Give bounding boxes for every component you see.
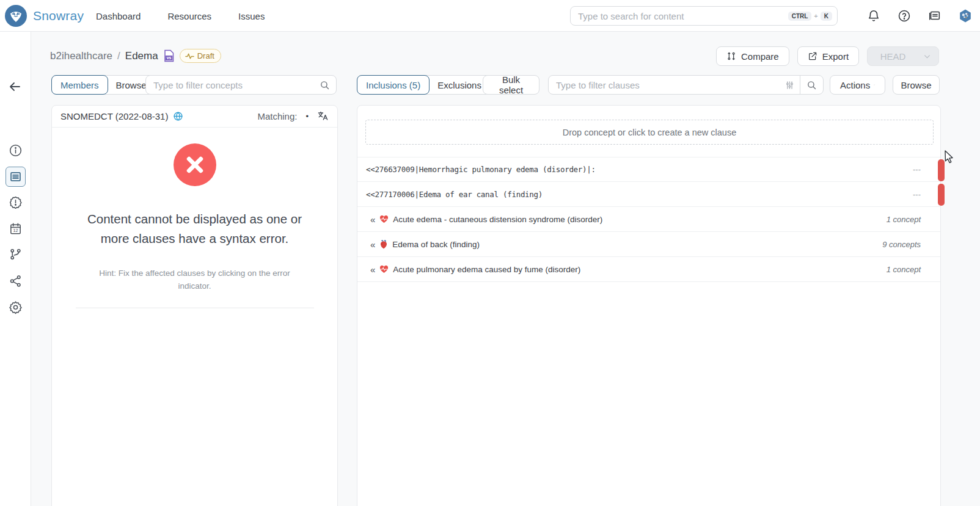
descendants-operator: « <box>370 239 375 250</box>
rail-info-icon[interactable] <box>5 140 26 161</box>
compare-icon <box>726 51 736 61</box>
clause-concept-count: 1 concept <box>887 215 921 224</box>
svg-text:vs: vs <box>166 56 171 60</box>
search-shortcut: CTRL + K <box>788 12 832 21</box>
rail-content-icon[interactable] <box>5 167 26 187</box>
matching-indicator: • <box>305 112 309 121</box>
brand-logo[interactable]: Snowray <box>5 5 84 27</box>
clause-concept-label: Acute edema - cutaneous distension syndr… <box>393 215 602 224</box>
global-search[interactable]: CTRL + K <box>570 6 838 26</box>
clause-meta: --- <box>913 190 921 199</box>
nav-dashboard[interactable]: Dashboard <box>96 11 141 21</box>
concept-filter[interactable] <box>145 75 337 95</box>
brand-name: Snowray <box>33 9 84 23</box>
inclusions-panel: Drop concept or click to create a new cl… <box>357 105 941 506</box>
clause-ecl-expression: <<277170006|Edema of ear canal (finding) <box>357 190 543 199</box>
help-icon[interactable] <box>897 9 912 23</box>
nav-issues[interactable]: Issues <box>238 11 265 21</box>
rail-calendar-icon[interactable]: 12 <box>5 219 26 239</box>
actions-dropdown[interactable]: Actions <box>830 75 885 95</box>
kbd-ctrl: CTRL <box>788 12 812 21</box>
error-title: Content cannot be displayed as one or mo… <box>73 209 317 248</box>
breadcrumb-org[interactable]: b2ihealthcare <box>50 50 112 62</box>
codesystem-title: SNOMEDCT (2022-08-31) <box>60 111 168 121</box>
heart-pulse-icon <box>379 265 389 273</box>
svg-text:12: 12 <box>13 228 18 233</box>
bulk-select-label: Bulk select <box>493 74 529 95</box>
new-clause-dropzone[interactable]: Drop concept or click to create a new cl… <box>365 120 934 145</box>
top-navbar: Snowray Dashboard Resources Issues CTRL … <box>0 0 980 32</box>
rail-validation-icon[interactable] <box>5 192 26 212</box>
clause-concept-count: 1 concept <box>887 265 921 274</box>
rail-share-icon[interactable] <box>5 271 26 291</box>
rail-settings-gear-icon[interactable] <box>5 297 26 317</box>
clause-row[interactable]: « Edema of back (finding) 9 concepts <box>357 232 940 257</box>
clause-concept-label: Edema of back (finding) <box>392 240 480 249</box>
descendants-operator: « <box>370 214 375 225</box>
syntax-error-message: Content cannot be displayed as one or mo… <box>52 143 337 308</box>
concept-filter-input[interactable] <box>146 80 313 90</box>
clause-row[interactable]: « Acute pulmonary edema caused by fume (… <box>357 257 940 282</box>
actions-label: Actions <box>840 80 870 90</box>
error-indicator[interactable] <box>938 159 945 181</box>
bulk-select-button[interactable]: Bulk select <box>483 75 539 95</box>
breadcrumb: b2ihealthcare / Edema vs Draft <box>50 49 221 63</box>
heart-pulse-icon <box>379 215 389 223</box>
global-search-input[interactable] <box>578 11 788 21</box>
status-badge-label: Draft <box>197 51 214 60</box>
back-arrow-icon[interactable] <box>7 79 22 94</box>
valueset-type-icon: vs <box>163 49 175 62</box>
dropzone-label: Drop concept or click to create a new cl… <box>563 128 737 137</box>
error-indicator[interactable] <box>938 184 945 206</box>
tab-inclusions[interactable]: Inclusions (5) <box>357 75 430 95</box>
breadcrumb-resource: Edema <box>125 50 158 62</box>
clause-filter-input[interactable] <box>549 80 780 90</box>
error-hint: Hint: Fix the affected clauses by clicki… <box>82 267 308 293</box>
nav-resources[interactable]: Resources <box>167 11 211 21</box>
clause-list: <<276637009|Hemorrhagic pulmonary edema … <box>357 157 940 282</box>
kbd-k: K <box>821 12 832 21</box>
clause-concept-label: Acute pulmonary edema caused by fume (di… <box>393 265 580 274</box>
translate-icon[interactable] <box>317 110 329 122</box>
version-select[interactable]: HEAD <box>867 46 939 66</box>
export-button[interactable]: Export <box>797 46 859 66</box>
compare-button[interactable]: Compare <box>716 46 789 66</box>
clause-concept-count: 9 concepts <box>882 240 921 249</box>
error-x-icon <box>174 143 216 186</box>
user-avatar[interactable] <box>958 9 973 23</box>
primary-nav: Dashboard Resources Issues <box>96 0 265 32</box>
clause-filter-options-icon[interactable] <box>780 76 800 94</box>
compare-button-label: Compare <box>741 51 779 62</box>
members-panel: SNOMEDCT (2022-08-31) Matching: • Conten… <box>51 105 338 506</box>
members-panel-header: SNOMEDCT (2022-08-31) Matching: • <box>52 106 337 128</box>
chevron-down-icon <box>923 52 931 60</box>
clause-row[interactable]: <<277170006|Edema of ear canal (finding)… <box>357 182 940 207</box>
anatomical-heart-icon <box>379 240 388 249</box>
browse-button[interactable]: Browse <box>893 75 940 95</box>
rail-branches-icon[interactable] <box>5 244 26 264</box>
left-rail: 12 <box>0 32 31 506</box>
clause-row[interactable]: « Acute edema - cutaneous distension syn… <box>357 207 940 232</box>
clause-row[interactable]: <<276637009|Hemorrhagic pulmonary edema … <box>357 157 940 182</box>
mouse-cursor <box>943 150 956 164</box>
clause-meta: --- <box>913 165 921 174</box>
status-badge: Draft <box>180 49 221 63</box>
tab-members[interactable]: Members <box>51 75 108 95</box>
matching-label: Matching: <box>257 111 297 121</box>
browse-button-label: Browse <box>901 80 931 90</box>
breadcrumb-separator: / <box>117 50 120 62</box>
members-browse-tabs: Members Browse <box>51 75 156 95</box>
chevron-down-icon <box>874 81 875 89</box>
clause-filter[interactable] <box>548 75 824 95</box>
news-feed-icon[interactable] <box>927 9 942 23</box>
activity-pulse-icon <box>185 52 194 60</box>
concept-filter-search-icon[interactable] <box>313 76 336 94</box>
version-select-label: HEAD <box>868 51 918 62</box>
notifications-bell-icon[interactable] <box>866 9 881 23</box>
clause-filter-search-icon[interactable] <box>800 76 823 94</box>
globe-icon[interactable] <box>173 111 183 121</box>
divider <box>76 308 314 308</box>
kbd-plus: + <box>814 12 817 20</box>
export-button-label: Export <box>822 51 849 62</box>
export-icon <box>808 51 817 61</box>
